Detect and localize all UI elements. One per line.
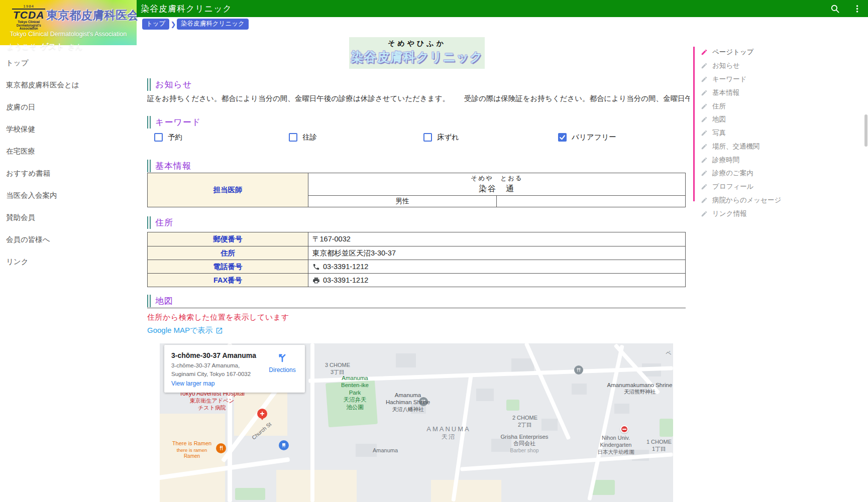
welcome-prefix: ようこそ <box>7 43 37 51</box>
keyword-yoyaku[interactable]: 予約 <box>147 133 282 142</box>
basic-info-table: 担当医師 そめや とおる 染谷 通 男性 <box>147 173 686 207</box>
checkbox-unchecked[interactable] <box>423 133 432 142</box>
map-label-nihon-kindergarten: Nihon Univ.Kindergarten日本大学幼稚園 <box>593 435 639 455</box>
org-name-en: Tokyo Clinical Dermatologist's Associati… <box>0 31 137 38</box>
map-building <box>541 419 558 431</box>
sidebar-item-books[interactable]: おすすめ書籍 <box>0 163 137 185</box>
sidebar-item-for-members[interactable]: 会員の皆様へ <box>0 229 137 251</box>
address-heading-label: 住所 <box>155 217 173 228</box>
google-map-embed[interactable]: 3 CHOME3丁目 AmanumaBenten-ikePark天沼弁天池公園 … <box>160 343 673 502</box>
heading-bars-icon <box>147 78 151 91</box>
association-logo-block[interactable]: 1984 TCDA Tokyo Clinical Dermatologist's… <box>0 0 137 45</box>
keywords-heading-label: キーワード <box>155 116 201 128</box>
right-nav: ページトップ お知らせ キーワード 基本情報 住所 地図 写真 場所、交通機関 … <box>695 46 781 220</box>
directions-button[interactable]: Directions <box>266 351 299 373</box>
directions-label: Directions <box>266 366 299 373</box>
nav-access[interactable]: 場所、交通機関 <box>695 140 781 153</box>
heading-bars-icon <box>147 116 151 129</box>
fax-icon <box>312 277 320 284</box>
nav-label: 写真 <box>712 129 726 138</box>
transit-marker-icon[interactable] <box>279 440 289 450</box>
address-value: 東京都杉並区天沼3-30-37 <box>308 246 685 260</box>
address-text: 東京都杉並区天沼3-30-37 <box>312 248 396 258</box>
phone-text: 03-3391-1212 <box>323 263 368 271</box>
map-label-amanuma-small: Amanuma <box>368 447 403 454</box>
map-label-ramen: There is Ramenthere is ramenRamen <box>167 440 217 459</box>
nav-map[interactable]: 地図 <box>695 113 781 127</box>
doctor-label-cell: 担当医師 <box>148 173 308 207</box>
nav-services[interactable]: 診療のご案内 <box>695 167 781 180</box>
map-section-heading: 地図 <box>147 295 686 308</box>
nav-link-info[interactable]: リンク情報 <box>695 207 781 220</box>
pencil-icon <box>701 130 708 137</box>
checkbox-unchecked[interactable] <box>154 133 163 142</box>
nav-hours[interactable]: 診療時間 <box>695 153 781 167</box>
breadcrumb-top[interactable]: トップ <box>142 19 169 30</box>
nav-news[interactable]: お知らせ <box>695 59 781 73</box>
welcome-user: ゲスト <box>40 42 64 51</box>
breadcrumb-current[interactable]: 染谷皮膚科クリニック <box>177 19 248 30</box>
clinic-name: 染谷皮膚科クリニック <box>349 49 485 65</box>
clinic-banner-image: そめやひふか 染谷皮膚科クリニック <box>349 37 485 69</box>
sidebar-item-supporting-members[interactable]: 賛助会員 <box>0 207 137 229</box>
external-link-icon <box>215 327 223 334</box>
keyword-label: 予約 <box>168 133 182 142</box>
nav-address[interactable]: 住所 <box>695 99 781 113</box>
map-note: 住所から検索した位置を表示しています <box>147 313 289 322</box>
welcome-suffix: さん <box>68 43 83 51</box>
google-map-link-label: Google MAPで表示 <box>147 326 212 335</box>
doctor-gender-cell: 男性 <box>308 195 497 207</box>
nav-keywords[interactable]: キーワード <box>695 73 781 86</box>
nav-page-top[interactable]: ページトップ <box>695 46 781 59</box>
nav-basic-info[interactable]: 基本情報 <box>695 86 781 99</box>
logo-caption: Tokyo Clinical Dermatologist's Associati… <box>12 21 45 31</box>
keyword-barrier-free[interactable]: バリアフリー <box>551 133 686 142</box>
shrine-marker-icon[interactable] <box>574 365 583 374</box>
nav-label: 住所 <box>712 102 726 111</box>
hospital-marker-icon[interactable] <box>257 409 267 419</box>
sidebar-item-skin-day[interactable]: 皮膚の日 <box>0 96 137 118</box>
nav-label: 病院からのメッセージ <box>712 196 781 205</box>
postal-code-text: 〒167-0032 <box>312 234 351 244</box>
address-table: 郵便番号 〒167-0032 住所 東京都杉並区天沼3-30-37 電話番号 0… <box>147 232 686 287</box>
sidebar-item-school-health[interactable]: 学校保健 <box>0 118 137 141</box>
pencil-icon <box>701 49 708 56</box>
keyword-oushin[interactable]: 往診 <box>282 133 416 142</box>
google-map-link[interactable]: Google MAPで表示 <box>147 326 223 335</box>
restaurant-marker-icon[interactable] <box>216 443 226 453</box>
map-label-hachiman-shrine: AmanumaHachiman Shrine天沼八幡神社 <box>375 392 441 413</box>
pencil-icon <box>701 143 708 150</box>
sidebar-item-links[interactable]: リンク <box>0 251 137 273</box>
map-label-benten-park: AmanumaBenten-ikePark天沼弁天池公園 <box>329 374 381 411</box>
search-icon[interactable] <box>830 4 840 14</box>
scrollbar-thumb[interactable] <box>864 114 867 147</box>
pencil-icon <box>701 76 708 83</box>
checkbox-unchecked[interactable] <box>289 133 297 142</box>
sidebar-item-about[interactable]: 東京都皮膚科医会とは <box>0 74 137 96</box>
map-building <box>572 384 587 395</box>
clinic-furigana: そめやひふか <box>349 39 485 48</box>
pencil-icon <box>701 62 708 69</box>
map-block <box>276 470 357 502</box>
checkbox-checked[interactable] <box>558 133 567 142</box>
post-office-marker-icon[interactable] <box>620 425 628 433</box>
map-label-adventist-hospital: Tokyo Adventist Hospital東京衛生アドベンチスト病院 <box>169 390 255 412</box>
phone-label: 電話番号 <box>148 260 308 273</box>
view-larger-map-link[interactable]: View larger map <box>171 380 214 387</box>
nav-label: 地図 <box>712 115 726 124</box>
map-park <box>660 419 673 437</box>
org-name-jp: 東京都皮膚科医会 <box>46 4 139 23</box>
sidebar-item-home-care[interactable]: 在宅医療 <box>0 141 137 163</box>
overflow-menu-icon[interactable] <box>852 4 862 14</box>
nav-message[interactable]: 病院からのメッセージ <box>695 194 781 207</box>
keyword-tokozure[interactable]: 床ずれ <box>416 133 551 142</box>
breadcrumb: トップ ❯ 染谷皮膚科クリニック <box>142 19 249 30</box>
phone-value: 03-3391-1212 <box>308 260 685 273</box>
sidebar-item-top[interactable]: トップ <box>0 52 137 74</box>
postal-code-value: 〒167-0032 <box>308 232 685 246</box>
phone-icon <box>312 263 320 271</box>
nav-photos[interactable]: 写真 <box>695 127 781 140</box>
nav-profile[interactable]: プロフィール <box>695 180 781 194</box>
sidebar-item-admission[interactable]: 当医会入会案内 <box>0 185 137 207</box>
heading-bars-icon <box>147 216 151 229</box>
